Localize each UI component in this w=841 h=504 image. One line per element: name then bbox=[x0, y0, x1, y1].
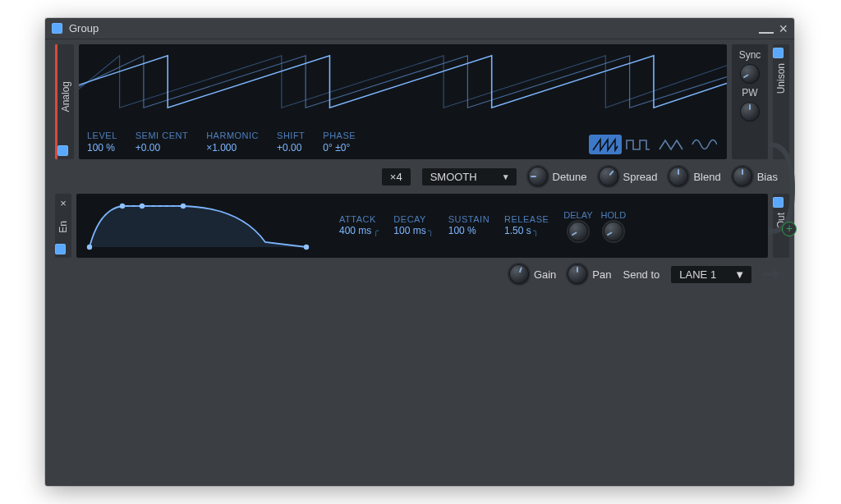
blend-control[interactable]: Blend bbox=[669, 167, 720, 186]
envelope-row: × En bbox=[55, 194, 789, 258]
param-decay[interactable]: DECAY 100 ms╮ bbox=[393, 214, 433, 238]
waveform-shape-selector bbox=[589, 135, 720, 154]
window-title: Group bbox=[69, 22, 99, 34]
param-shift[interactable]: SHIFT +0.00 bbox=[277, 131, 305, 154]
delay-knob[interactable] bbox=[568, 222, 588, 241]
unison-tab[interactable]: Unison bbox=[773, 44, 789, 159]
svg-point-1 bbox=[120, 204, 125, 208]
blend-knob[interactable] bbox=[669, 167, 688, 186]
shape-saw-button[interactable] bbox=[589, 135, 622, 154]
gain-control[interactable]: Gain bbox=[509, 264, 556, 284]
param-release[interactable]: RELEASE 1.50 s╮ bbox=[504, 214, 549, 238]
unison-enable-toggle[interactable] bbox=[773, 48, 784, 58]
sync-label: Sync bbox=[739, 49, 761, 61]
envelope-params: ATTACK 400 ms╭ DECAY 100 ms╮ SUSTAIN 100… bbox=[339, 214, 549, 238]
hold-knob[interactable] bbox=[604, 222, 623, 241]
oscillator-row: Analog LE bbox=[55, 44, 789, 159]
svg-point-3 bbox=[181, 204, 186, 208]
param-sustain[interactable]: SUSTAIN 100 % bbox=[448, 214, 489, 238]
shape-sine-button[interactable] bbox=[687, 135, 720, 154]
pan-control[interactable]: Pan bbox=[568, 264, 611, 284]
envelope-remove-button[interactable]: × bbox=[60, 197, 67, 209]
delay-control[interactable]: DELAY bbox=[563, 210, 592, 241]
detune-control[interactable]: Detune bbox=[528, 167, 587, 186]
route-out-arrow-icon bbox=[763, 268, 781, 280]
envelope-tab[interactable]: × En bbox=[55, 194, 71, 258]
oscillator-tab[interactable]: Analog bbox=[57, 44, 74, 159]
shape-triangle-button[interactable] bbox=[655, 135, 687, 154]
bias-knob[interactable] bbox=[733, 167, 752, 186]
svg-point-4 bbox=[304, 245, 309, 250]
svg-point-0 bbox=[87, 245, 92, 250]
hold-control[interactable]: HOLD bbox=[601, 210, 627, 241]
lane-select[interactable]: LANE 1 ▼ bbox=[671, 266, 751, 283]
unison-tab-label: Unison bbox=[775, 63, 787, 94]
pw-label: PW bbox=[742, 87, 757, 99]
output-bar: Gain Pan Send to LANE 1 ▼ bbox=[75, 263, 784, 286]
unison-voices-field[interactable]: ×4 bbox=[382, 168, 411, 186]
synth-group-window: Group × Analog bbox=[45, 18, 794, 486]
param-harmonic[interactable]: HARMONIC ×1.000 bbox=[206, 131, 259, 154]
sendto-label: Send to bbox=[623, 268, 659, 281]
lane-select-value: LANE 1 bbox=[679, 268, 716, 281]
gain-knob[interactable] bbox=[509, 264, 529, 284]
caret-down-icon: ▼ bbox=[502, 172, 510, 181]
unison-mode-select[interactable]: SMOOTH ▼ bbox=[422, 168, 517, 186]
waveform-svg bbox=[79, 44, 727, 119]
group-enable-toggle[interactable] bbox=[52, 23, 62, 34]
bias-control[interactable]: Bias bbox=[733, 167, 778, 186]
envelope-enable-toggle[interactable] bbox=[55, 244, 66, 254]
unison-mode-value: SMOOTH bbox=[430, 171, 477, 183]
envelope-tab-label: En bbox=[57, 221, 69, 233]
close-button[interactable]: × bbox=[779, 23, 788, 34]
caret-down-icon: ▼ bbox=[734, 268, 745, 281]
shape-pulse-button[interactable] bbox=[622, 135, 655, 154]
detune-knob[interactable] bbox=[528, 167, 548, 186]
add-module-button[interactable]: + bbox=[782, 222, 797, 236]
out-enable-toggle[interactable] bbox=[773, 197, 784, 208]
oscillator-tab-label: Analog bbox=[60, 81, 71, 112]
titlebar: Group × bbox=[45, 18, 794, 39]
sync-pw-column: Sync PW Unison bbox=[732, 44, 789, 159]
sync-knob[interactable] bbox=[740, 64, 760, 84]
oscillator-params: LEVEL 100 % SEMI CENT +0.00 HARMONIC ×1.… bbox=[87, 131, 356, 154]
param-semi-cent[interactable]: SEMI CENT +0.00 bbox=[136, 131, 188, 154]
envelope-delay-hold: DELAY HOLD bbox=[563, 210, 626, 241]
body: Analog LE bbox=[45, 39, 794, 291]
envelope-graph[interactable] bbox=[85, 198, 331, 254]
unison-controls: ×4 SMOOTH ▼ Detune Spread Blend Bias bbox=[75, 164, 784, 189]
param-phase[interactable]: PHASE 0° ±0° bbox=[323, 131, 356, 154]
pan-knob[interactable] bbox=[568, 264, 587, 284]
spread-knob[interactable] bbox=[599, 167, 618, 186]
svg-point-2 bbox=[140, 204, 145, 208]
oscillator-enable-toggle[interactable] bbox=[57, 145, 68, 156]
param-attack[interactable]: ATTACK 400 ms╭ bbox=[339, 214, 379, 238]
param-level[interactable]: LEVEL 100 % bbox=[87, 131, 117, 154]
pw-knob[interactable] bbox=[740, 102, 760, 121]
waveform-display[interactable]: LEVEL 100 % SEMI CENT +0.00 HARMONIC ×1.… bbox=[79, 44, 727, 159]
envelope-panel: ATTACK 400 ms╭ DECAY 100 ms╮ SUSTAIN 100… bbox=[76, 194, 768, 258]
minimize-button[interactable] bbox=[759, 22, 774, 34]
spread-control[interactable]: Spread bbox=[599, 167, 658, 186]
